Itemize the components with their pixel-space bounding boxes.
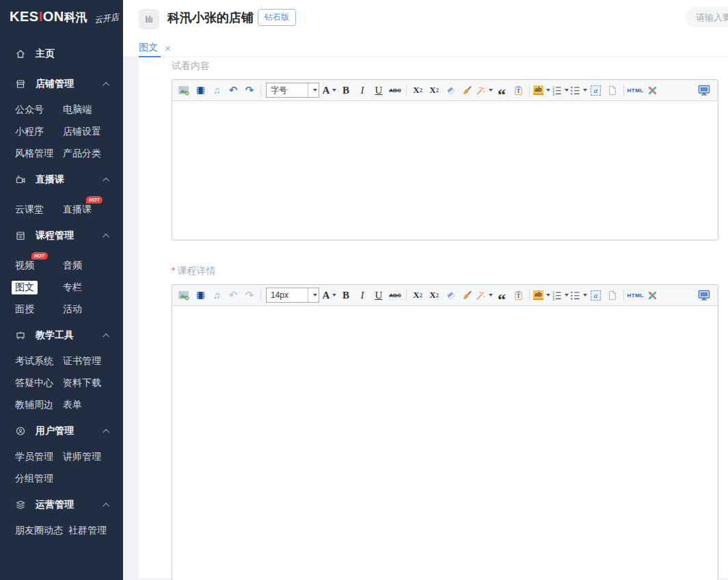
- chevron-up-icon[interactable]: [103, 81, 109, 88]
- sidebar-item-style-management[interactable]: 风格管理: [15, 148, 63, 160]
- preview-monitor-icon[interactable]: [697, 82, 712, 98]
- eraser-icon[interactable]: [443, 82, 458, 98]
- sidebar-item-qa-center[interactable]: 答疑中心: [15, 377, 63, 389]
- italic-icon[interactable]: I: [355, 82, 370, 98]
- sidebar-item-moments-feed[interactable]: 朋友圈动态: [15, 525, 63, 537]
- sidebar-item-audio[interactable]: 音频: [63, 260, 111, 272]
- dropdown-button[interactable]: [308, 83, 319, 97]
- format-brush-icon[interactable]: [459, 82, 474, 98]
- dropdown-button[interactable]: [308, 288, 319, 302]
- paste-as-text-icon[interactable]: T: [511, 287, 526, 303]
- sidebar-item-exam-system[interactable]: 考试系统: [15, 355, 63, 368]
- unordered-list-icon[interactable]: [570, 82, 587, 98]
- magic-wand-icon[interactable]: [476, 287, 493, 303]
- highlight-icon[interactable]: ab: [533, 82, 550, 98]
- superscript-icon[interactable]: X2: [410, 287, 425, 303]
- bold-icon[interactable]: B: [338, 287, 353, 303]
- highlight-icon[interactable]: ab: [533, 287, 550, 303]
- clear-format-icon[interactable]: [645, 82, 660, 98]
- sidebar-item-product-category[interactable]: 产品分类: [63, 148, 111, 160]
- insert-video-icon[interactable]: [193, 82, 208, 98]
- strikethrough-icon[interactable]: ABC: [388, 82, 403, 98]
- magic-wand-icon[interactable]: [476, 82, 493, 98]
- plan-badge[interactable]: 钻石版: [258, 9, 296, 26]
- superscript-icon[interactable]: X2: [410, 82, 425, 98]
- font-color-icon[interactable]: A: [322, 82, 337, 98]
- strikethrough-icon[interactable]: ABC: [388, 287, 403, 303]
- insert-image-icon[interactable]: [176, 287, 191, 303]
- layers-icon: [15, 499, 26, 510]
- sidebar-item-live-class[interactable]: 直播课HOT: [63, 204, 111, 216]
- sidebar-item-certificate-management[interactable]: 证书管理: [63, 355, 111, 368]
- sidebar-item-video[interactable]: 视频HOT: [15, 260, 63, 272]
- sidebar-item-live-course[interactable]: 直播课: [0, 165, 123, 195]
- paste-as-text-icon[interactable]: T: [511, 82, 526, 98]
- rich-text-area[interactable]: [172, 101, 718, 240]
- close-icon[interactable]: ×: [165, 42, 171, 54]
- sidebar-item-pc[interactable]: 电脑端: [63, 104, 111, 116]
- sidebar-item-article[interactable]: 图文: [15, 281, 63, 294]
- italic-icon[interactable]: I: [355, 287, 370, 303]
- insert-video-icon[interactable]: [193, 287, 208, 303]
- sidebar-item-lecturer-management[interactable]: 讲师管理: [63, 451, 111, 463]
- html-source-icon[interactable]: HTML: [628, 82, 644, 98]
- chevron-up-icon[interactable]: [103, 502, 109, 509]
- undo-icon[interactable]: ↶: [226, 287, 241, 303]
- font-size-select[interactable]: 14px: [266, 288, 319, 303]
- sidebar-item-mini-program[interactable]: 小程序: [15, 126, 63, 138]
- format-brush-icon[interactable]: [459, 287, 474, 303]
- sidebar-item-student-management[interactable]: 学员管理: [15, 451, 63, 463]
- tab-article[interactable]: 图文 ×: [139, 38, 171, 57]
- sidebar-item-material-download[interactable]: 资料下载: [63, 377, 111, 389]
- sidebar-item-official-account[interactable]: 公众号: [15, 104, 63, 116]
- html-source-icon[interactable]: HTML: [628, 287, 644, 303]
- sidebar-item-activity[interactable]: 活动: [63, 303, 111, 316]
- sidebar-item-offline-teaching[interactable]: 面授: [15, 303, 63, 316]
- font-size-select[interactable]: 字号: [266, 83, 319, 98]
- clear-format-icon[interactable]: [645, 287, 660, 303]
- sidebar-item-user-management[interactable]: 用户管理: [0, 416, 123, 446]
- underline-icon[interactable]: U: [371, 82, 386, 98]
- eraser-icon[interactable]: [443, 287, 458, 303]
- new-page-icon[interactable]: [605, 82, 620, 98]
- preview-monitor-icon[interactable]: [697, 287, 712, 303]
- insert-audio-icon[interactable]: ♫: [209, 82, 224, 98]
- sidebar-item-operations-management[interactable]: 运营管理: [0, 490, 123, 520]
- sidebar-item-teaching-tools[interactable]: 教学工具: [0, 320, 123, 350]
- sidebar-item-shop-settings[interactable]: 店铺设置: [63, 126, 111, 138]
- blockquote-icon[interactable]: “: [494, 82, 509, 98]
- sidebar-item-column[interactable]: 专栏: [63, 281, 111, 294]
- anchor-icon[interactable]: a: [589, 82, 604, 98]
- rich-text-area[interactable]: [172, 306, 718, 580]
- sidebar-item-cloud-classroom[interactable]: 云课堂: [15, 204, 63, 216]
- sidebar-item-home[interactable]: 主页: [0, 39, 123, 69]
- chevron-up-icon[interactable]: [103, 177, 109, 184]
- undo-icon[interactable]: ↶: [226, 82, 241, 98]
- insert-audio-icon[interactable]: ♫: [209, 287, 224, 303]
- subscript-icon[interactable]: X2: [427, 287, 442, 303]
- sidebar-item-forms[interactable]: 表单: [63, 399, 111, 411]
- underline-icon[interactable]: U: [371, 287, 386, 303]
- sidebar-item-shop-management[interactable]: 店铺管理: [0, 69, 123, 99]
- sidebar-item-group-management[interactable]: 分组管理: [15, 473, 63, 485]
- sidebar-item-community-management[interactable]: 社群管理: [68, 525, 116, 537]
- bold-icon[interactable]: B: [338, 82, 353, 98]
- subscript-icon[interactable]: X2: [427, 82, 442, 98]
- new-page-icon[interactable]: [605, 287, 620, 303]
- home-icon: [15, 49, 26, 59]
- redo-icon[interactable]: ↷: [242, 82, 257, 98]
- sidebar-item-teaching-aids[interactable]: 教辅周边: [15, 399, 63, 411]
- chevron-up-icon[interactable]: [103, 333, 109, 340]
- unordered-list-icon[interactable]: [570, 287, 587, 303]
- blockquote-icon[interactable]: “: [494, 287, 509, 303]
- search-input[interactable]: [686, 7, 728, 27]
- ordered-list-icon[interactable]: 123: [552, 287, 569, 303]
- redo-icon[interactable]: ↷: [242, 287, 257, 303]
- anchor-icon[interactable]: a: [589, 287, 604, 303]
- chevron-up-icon[interactable]: [103, 233, 109, 240]
- sidebar-item-course-management[interactable]: 课程管理: [0, 221, 123, 251]
- chevron-up-icon[interactable]: [103, 428, 109, 435]
- ordered-list-icon[interactable]: 123: [552, 82, 569, 98]
- insert-image-icon[interactable]: [176, 82, 191, 98]
- font-color-icon[interactable]: A: [322, 287, 337, 303]
